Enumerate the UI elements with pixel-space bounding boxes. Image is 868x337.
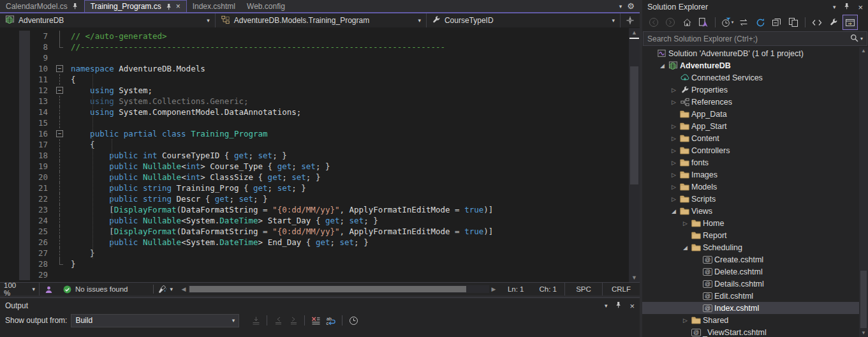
code-line[interactable]: 23 [DisplayFormat(DataFormatString = "{0… <box>0 204 629 215</box>
collapsed-arrow-icon[interactable]: ▷ <box>680 220 690 227</box>
code-line[interactable]: 10−namespace AdventureDB.Models <box>0 63 629 74</box>
switch-views-icon[interactable] <box>696 15 711 30</box>
home-icon[interactable] <box>679 15 695 30</box>
collapsed-arrow-icon[interactable]: ▷ <box>669 99 679 105</box>
tree-item[interactable]: ◢Scheduling <box>642 241 868 253</box>
tree-item[interactable]: ▷Content <box>642 132 868 144</box>
indent-mode-indicator[interactable]: SPC <box>564 283 602 296</box>
search-icon[interactable] <box>850 34 858 44</box>
code-line[interactable]: 21 public string Training_Prog { get; se… <box>0 183 629 193</box>
code-line[interactable]: 28} <box>0 258 629 269</box>
collapsed-arrow-icon[interactable]: ▷ <box>669 135 679 142</box>
fold-margin[interactable]: − <box>54 63 66 74</box>
member-dropdown[interactable]: CourseTypeID ▾ <box>427 13 621 27</box>
close-icon[interactable]: × <box>176 3 180 10</box>
code-editor[interactable]: 7// </auto-generated>8//----------------… <box>0 28 640 282</box>
window-position-chevron-icon[interactable]: ▾ <box>605 303 608 309</box>
collapsed-arrow-icon[interactable]: ▷ <box>669 123 679 130</box>
tree-item[interactable]: ▷Shared <box>642 314 868 326</box>
code-line[interactable]: 16− public partial class Training_Progra… <box>0 128 629 139</box>
expanded-arrow-icon[interactable]: ◢ <box>669 208 679 214</box>
collapsed-arrow-icon[interactable]: ▷ <box>669 184 679 190</box>
code-line[interactable]: 25 [DisplayFormat(DataFormatString = "{0… <box>0 226 629 237</box>
code-line[interactable]: 8//-------------------------------------… <box>0 41 629 52</box>
expanded-arrow-icon[interactable]: ◢ <box>680 244 690 251</box>
horizontal-scrollbar-track[interactable] <box>188 285 489 293</box>
issues-indicator[interactable]: No issues found <box>63 285 128 294</box>
tree-item[interactable]: @Delete.cshtml <box>642 266 868 278</box>
code-line[interactable]: 22 public string Descr { get; set; } <box>0 193 629 204</box>
fold-margin[interactable]: − <box>54 85 66 96</box>
tree-item[interactable]: ▷Images <box>642 168 868 181</box>
tree-item[interactable]: @Index.cshtml <box>642 302 868 314</box>
code-line[interactable]: 20 public Nullable<int> ClassSize { get;… <box>0 172 629 183</box>
collapsed-arrow-icon[interactable]: ▷ <box>669 160 679 166</box>
tree-item[interactable]: Solution 'AdventureDB' (1 of 1 project) <box>642 47 868 59</box>
type-dropdown[interactable]: AdventureDB.Models.Training_Program ▾ <box>216 13 427 27</box>
tree-item[interactable]: @Edit.cshtml <box>642 290 868 302</box>
tree-item[interactable]: ▷App_Start <box>642 120 868 132</box>
scroll-down-arrow-icon[interactable]: ▼ <box>859 329 868 337</box>
expanded-arrow-icon[interactable]: ◢ <box>658 63 667 69</box>
scroll-right-arrow-icon[interactable]: ▶ <box>489 286 498 292</box>
line-ending-indicator[interactable]: CRLF <box>602 283 640 296</box>
pin-icon[interactable] <box>71 3 78 10</box>
tree-item[interactable]: ▷fonts <box>642 156 868 168</box>
code-line[interactable]: 9 <box>0 52 629 63</box>
project-dropdown[interactable]: AdventureDB ▾ <box>0 13 216 27</box>
code-line[interactable]: 19 public Nullable<int> Course_Type { ge… <box>0 161 629 172</box>
horizontal-scrollbar-thumb[interactable] <box>189 286 466 292</box>
line-indicator[interactable]: Ln: 1 <box>500 283 532 296</box>
tree-vertical-scrollbar[interactable]: ▲ ▼ <box>859 47 868 337</box>
scroll-up-arrow-icon[interactable]: ▲ <box>629 28 640 37</box>
split-window-button[interactable] <box>621 13 640 27</box>
close-icon[interactable]: × <box>858 4 863 11</box>
pin-icon[interactable] <box>843 3 850 11</box>
tree-item[interactable]: ◢AdventureDB <box>642 59 868 71</box>
tree-item[interactable]: App_Data <box>642 108 868 120</box>
collapsed-arrow-icon[interactable]: ▷ <box>669 147 679 154</box>
tree-item[interactable]: @Create.cshtml <box>642 253 868 266</box>
collapsed-arrow-icon[interactable]: ▷ <box>669 196 679 202</box>
code-line[interactable]: 18 public int CourseTypeID { get; set; } <box>0 150 629 161</box>
tree-item[interactable]: ▷References <box>642 96 868 108</box>
properties-icon[interactable] <box>826 15 841 30</box>
pending-changes-filter-icon[interactable]: ▾ <box>719 15 735 30</box>
code-line[interactable]: 27 } <box>0 248 629 258</box>
scroll-up-arrow-icon[interactable]: ▲ <box>859 47 868 55</box>
timestamp-icon[interactable] <box>347 314 360 327</box>
collapsed-arrow-icon[interactable]: ▷ <box>669 172 679 178</box>
tree-item[interactable]: @_ViewStart.cshtml <box>642 326 868 337</box>
collapsed-arrow-icon[interactable]: ▷ <box>680 317 690 324</box>
collapse-box-icon[interactable]: − <box>56 130 63 137</box>
collapse-box-icon[interactable]: − <box>56 65 63 72</box>
tree-scrollbar-thumb[interactable] <box>860 271 867 328</box>
scroll-left-arrow-icon[interactable]: ◀ <box>179 286 188 292</box>
output-source-combobox[interactable]: Build ▾ <box>71 314 239 327</box>
tree-item[interactable]: ▷Properties <box>642 84 868 96</box>
document-tab[interactable]: Web.config <box>241 0 291 12</box>
view-code-icon[interactable] <box>809 15 825 30</box>
feedback-icon[interactable] <box>45 285 53 294</box>
code-line[interactable]: 12− using System; <box>0 85 629 96</box>
chevron-down-icon[interactable]: ▾ <box>860 36 863 41</box>
vertical-scrollbar[interactable]: ▲ ▼ <box>629 28 640 282</box>
close-icon[interactable]: × <box>629 303 635 310</box>
tree-item[interactable]: ◢Views <box>642 205 868 217</box>
pin-icon[interactable] <box>615 301 622 310</box>
preview-selected-items-icon[interactable] <box>842 15 858 30</box>
clear-all-icon[interactable] <box>309 314 322 327</box>
code-line[interactable]: 11{ <box>0 74 629 85</box>
sync-active-document-icon[interactable] <box>736 15 751 30</box>
collapse-box-icon[interactable]: − <box>56 87 63 94</box>
search-solution-explorer-input[interactable]: Search Solution Explorer (Ctrl+;) ▾ <box>643 31 867 46</box>
tree-item[interactable]: Report <box>642 229 868 241</box>
word-wrap-icon[interactable]: abc <box>325 314 337 327</box>
gear-icon[interactable]: ⚙ <box>627 1 635 11</box>
document-tab[interactable]: Training_Program.cs× <box>84 0 187 12</box>
code-line[interactable]: 15 <box>0 117 629 128</box>
code-line[interactable]: 29 <box>0 269 629 280</box>
refresh-icon[interactable] <box>753 15 768 30</box>
code-line[interactable]: 7// </auto-generated> <box>0 31 629 41</box>
code-line[interactable]: 24 public Nullable<System.DateTime> Star… <box>0 215 629 226</box>
